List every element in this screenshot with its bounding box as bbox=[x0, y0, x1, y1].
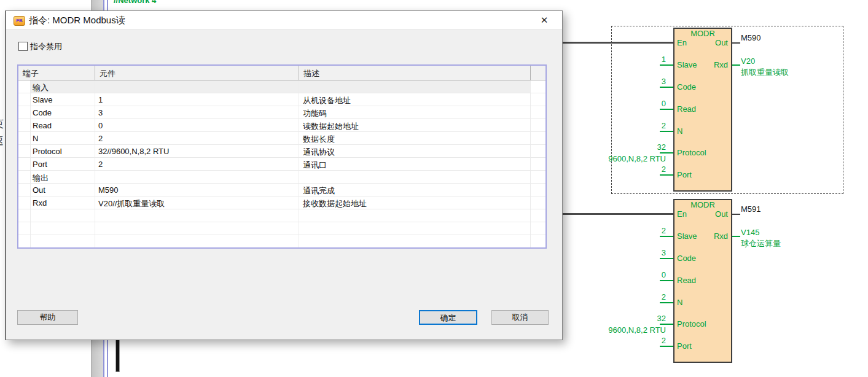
network-comment: //Network 4 bbox=[114, 0, 156, 5]
table-header-cell[interactable]: 描述 bbox=[299, 66, 531, 80]
cell-clast bbox=[531, 235, 545, 248]
instruction-disable-checkbox[interactable] bbox=[18, 42, 28, 51]
cell-c3: 读数据起始地址 bbox=[299, 119, 531, 132]
pin-label-port: Port bbox=[677, 341, 692, 351]
dialog-title: 指令: MODR Modbus读 bbox=[29, 15, 125, 26]
pin-label-port: Port bbox=[677, 170, 692, 179]
pin-label-code: Code bbox=[677, 254, 696, 263]
pin-wire-stub bbox=[660, 346, 673, 347]
cell-clast bbox=[531, 158, 545, 171]
table-header-cell[interactable] bbox=[531, 66, 545, 80]
table-row[interactable]: Protocol32//9600,N,8,2 RTU通讯协议 bbox=[18, 145, 545, 158]
pin-value[interactable]: 32 bbox=[604, 314, 666, 323]
pin-label-slave: Slave bbox=[677, 60, 697, 69]
cell-c1: 输入 bbox=[31, 80, 95, 93]
cell-gut bbox=[18, 158, 31, 171]
cell-gut bbox=[18, 106, 31, 119]
pin-value[interactable]: 2 bbox=[604, 226, 666, 235]
cell-c2: 1 bbox=[95, 93, 299, 106]
parameter-table: 端子元件描述 输入Slave1从机设备地址Code3功能码Read0读数据起始地… bbox=[17, 64, 547, 249]
cell-c1: N bbox=[31, 132, 95, 145]
cell-c2: M590 bbox=[95, 184, 299, 196]
pin-wire-stub bbox=[660, 258, 673, 259]
cell-gut bbox=[18, 132, 31, 145]
dialog-titlebar[interactable]: FB 指令: MODR Modbus读 ✕ bbox=[6, 11, 562, 30]
table-row[interactable]: RxdV20//抓取重量读取接收数据起始地址 bbox=[18, 196, 545, 209]
cell-c1: Rxd bbox=[31, 196, 95, 209]
cell-gut bbox=[18, 145, 31, 158]
cell-c2: 0 bbox=[95, 119, 299, 132]
cell-clast bbox=[531, 209, 545, 222]
cancel-button[interactable]: 取消 bbox=[491, 310, 549, 325]
table-row[interactable] bbox=[18, 209, 545, 222]
cell-c2 bbox=[95, 209, 299, 222]
pin-value[interactable]: 32 bbox=[604, 142, 666, 152]
cell-c3: 通讯口 bbox=[299, 158, 531, 171]
cell-c1 bbox=[31, 209, 95, 222]
pin-value[interactable]: 3 bbox=[604, 248, 666, 257]
pin-value[interactable]: 0 bbox=[604, 270, 666, 279]
cell-clast bbox=[531, 222, 545, 235]
pin-label-slave: Slave bbox=[677, 231, 697, 241]
out-operand[interactable]: M590 bbox=[741, 33, 761, 42]
table-row[interactable]: Read0读数据起始地址 bbox=[18, 119, 545, 132]
pin-value-comment: 9600,N,8,2 RTU bbox=[584, 154, 666, 163]
cell-clast bbox=[531, 171, 545, 184]
pin-wire-stub bbox=[660, 109, 673, 110]
cell-c2: 32//9600,N,8,2 RTU bbox=[95, 145, 299, 158]
pin-value[interactable]: 0 bbox=[604, 99, 666, 108]
cell-c2: V20//抓取重量读取 bbox=[95, 196, 299, 209]
table-header-row: 端子元件描述 bbox=[18, 66, 545, 80]
cell-gut bbox=[18, 222, 31, 235]
close-icon[interactable]: ✕ bbox=[535, 13, 553, 28]
table-header-cell[interactable]: 端子 bbox=[18, 66, 95, 80]
table-row[interactable]: Port2通讯口 bbox=[18, 158, 545, 171]
cell-c2: 3 bbox=[95, 106, 299, 119]
table-row[interactable] bbox=[18, 222, 545, 235]
cell-clast bbox=[531, 184, 545, 196]
table-row[interactable]: N2数据长度 bbox=[18, 132, 545, 145]
pin-wire-stub bbox=[660, 324, 673, 325]
cell-gut bbox=[18, 196, 31, 209]
table-header-cell[interactable]: 元件 bbox=[95, 66, 299, 80]
cell-c2: 2 bbox=[95, 158, 299, 171]
rxd-operand[interactable]: V145 bbox=[741, 228, 759, 237]
cell-clast bbox=[531, 93, 545, 106]
rxd-operand[interactable]: V20 bbox=[741, 56, 755, 66]
help-button[interactable]: 帮助 bbox=[17, 310, 78, 325]
pin-wire-stub bbox=[660, 131, 673, 132]
pin-value[interactable]: 2 bbox=[604, 336, 666, 345]
table-row[interactable]: 输出 bbox=[18, 171, 545, 184]
table-row[interactable]: OutM590通讯完成 bbox=[18, 184, 545, 196]
table-row[interactable] bbox=[18, 235, 545, 248]
ok-button[interactable]: 确定 bbox=[419, 310, 477, 325]
cell-c1: Slave bbox=[31, 93, 95, 106]
cell-clast bbox=[531, 119, 545, 132]
cell-c2: 2 bbox=[95, 132, 299, 145]
cell-c2 bbox=[95, 235, 299, 248]
fb-instruction-icon: FB bbox=[14, 16, 25, 26]
cell-c1 bbox=[31, 235, 95, 248]
pin-value[interactable]: 2 bbox=[604, 292, 666, 301]
instruction-dialog: FB 指令: MODR Modbus读 ✕ 指令禁用 端子元件描述 输入Slav… bbox=[6, 10, 563, 340]
pin-value[interactable]: 3 bbox=[604, 77, 666, 86]
table-row[interactable]: Code3功能码 bbox=[18, 106, 545, 119]
pin-value[interactable]: 1 bbox=[604, 55, 666, 64]
cell-gut bbox=[18, 80, 31, 93]
cell-gut bbox=[18, 93, 31, 106]
table-row[interactable]: 输入 bbox=[18, 80, 545, 93]
rxd-operand-comment: 抓取重量读取 bbox=[741, 68, 789, 77]
cell-clast bbox=[531, 80, 545, 93]
rxd-wire-stub bbox=[732, 64, 740, 66]
pin-wire-stub bbox=[660, 64, 673, 66]
pin-value[interactable]: 2 bbox=[604, 165, 666, 174]
pin-value[interactable]: 2 bbox=[604, 121, 666, 130]
clipped-text-fragment: 束 速 bbox=[0, 115, 4, 149]
rxd-operand-comment: 球仓运算量 bbox=[741, 239, 781, 248]
out-operand[interactable]: M591 bbox=[741, 204, 761, 214]
cell-gut bbox=[18, 119, 31, 132]
block-title: MODR bbox=[673, 29, 732, 38]
table-row[interactable]: Slave1从机设备地址 bbox=[18, 93, 545, 106]
cell-c3 bbox=[299, 209, 531, 222]
cell-c3: 从机设备地址 bbox=[299, 93, 531, 106]
